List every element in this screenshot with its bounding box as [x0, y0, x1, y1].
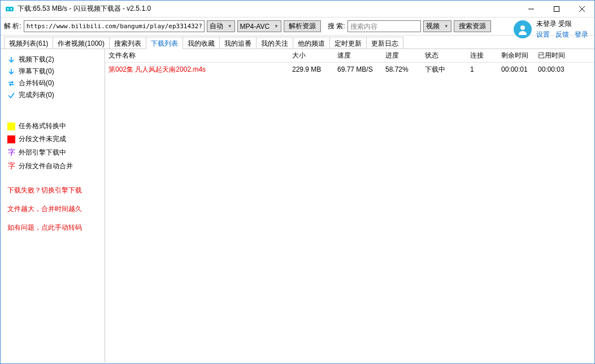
help-link-0[interactable]: 下载失败？切换引擎下载 [7, 186, 98, 195]
legend-char: 字 [7, 147, 15, 157]
cell-status: 下载中 [422, 65, 467, 74]
sidebar-item-0[interactable]: 视频下载(2) [1, 54, 105, 65]
tab-7[interactable]: 他的频道 [293, 37, 330, 49]
legend-item-0: 任务格式转换中 [7, 121, 98, 131]
cell-speed: 69.77 MB/S [334, 65, 382, 73]
app-icon [5, 5, 14, 14]
maximize-button[interactable] [544, 1, 569, 17]
legend-color-box [7, 135, 15, 143]
tab-0[interactable]: 视频列表(61) [4, 37, 53, 49]
tab-6[interactable]: 我的关注 [256, 37, 293, 49]
legend-color-box [7, 122, 15, 130]
avatar[interactable] [514, 20, 532, 38]
login-status: 未登录 受限 [536, 19, 572, 29]
cell-name: 第002集 凡人风起天南2002.m4s [105, 65, 289, 74]
col-header-status[interactable]: 状态 [422, 51, 467, 60]
window-title: 下载:65.53 MB/s - 闪豆视频下载器 - v2.5.1.0 [18, 4, 151, 14]
legend-char: 字 [7, 161, 15, 171]
legend-label: 任务格式转换中 [19, 121, 66, 131]
parse-button[interactable]: 解析资源 [284, 20, 321, 32]
check-icon [7, 91, 15, 99]
legend-item-2: 字外部引擎下载中 [7, 147, 98, 157]
search-label: 搜 索: [328, 21, 345, 31]
chevron-down-icon: ▼ [444, 24, 449, 29]
help-link-2[interactable]: 如有问题，点此手动转码 [7, 223, 98, 233]
sidebar-item-3[interactable]: 完成列表(0) [1, 89, 105, 101]
tab-4[interactable]: 我的收藏 [183, 37, 220, 49]
col-header-size[interactable]: 大小 [289, 51, 334, 60]
parse-label: 解 析: [4, 21, 21, 31]
sidebar-item-label: 完成列表(0) [19, 90, 54, 100]
col-header-used[interactable]: 已用时间 [535, 51, 571, 60]
cell-size: 229.9 MB [289, 65, 334, 73]
legend-label: 分段文件自动合并 [19, 161, 73, 171]
window-controls [518, 1, 594, 17]
swap-icon [7, 80, 15, 87]
sidebar-item-label: 视频下载(2) [19, 55, 54, 64]
search-button[interactable]: 搜索资源 [454, 20, 491, 32]
svg-rect-4 [554, 6, 559, 11]
table-row[interactable]: 第002集 凡人风起天南2002.m4s229.9 MB69.77 MB/S58… [105, 63, 594, 76]
minimize-button[interactable] [518, 1, 544, 17]
tab-9[interactable]: 更新日志 [366, 37, 403, 49]
cell-progress: 58.72% [382, 65, 422, 73]
sidebar: 视频下载(2)弹幕下载(0)合并转码(0)完成列表(0) 任务格式转换中分段文件… [1, 49, 105, 362]
legend-label: 外部引擎下载中 [19, 148, 66, 157]
tab-5[interactable]: 我的追番 [219, 37, 257, 49]
sidebar-item-label: 合并转码(0) [19, 78, 54, 88]
sidebar-item-1[interactable]: 弹幕下载(0) [1, 65, 105, 77]
login-link[interactable]: 登录 [575, 30, 588, 40]
cell-conn: 1 [467, 65, 498, 73]
search-input[interactable] [348, 20, 421, 32]
format-select[interactable]: MP4-AVC▼ [237, 20, 281, 32]
legend-item-3: 字分段文件自动合并 [7, 161, 98, 171]
col-header-progress[interactable]: 进度 [382, 51, 422, 60]
chevron-down-icon: ▼ [274, 24, 279, 29]
settings-link[interactable]: 设置 [536, 30, 550, 40]
sidebar-item-label: 弹幕下载(0) [19, 67, 54, 76]
titlebar: 下载:65.53 MB/s - 闪豆视频下载器 - v2.5.1.0 [1, 1, 594, 17]
help-link-1[interactable]: 文件越大，合并时间越久 [7, 204, 98, 214]
tab-8[interactable]: 定时更新 [329, 37, 367, 49]
down-arrow-icon [7, 56, 15, 64]
col-header-conn[interactable]: 连接 [467, 51, 498, 60]
close-button[interactable] [569, 1, 594, 17]
cell-used: 00:00:03 [535, 65, 571, 73]
table-header: 文件名称 大小 速度 进度 状态 连接 剩余时间 已用时间 [105, 49, 594, 63]
col-header-name[interactable]: 文件名称 [105, 51, 289, 60]
legend-item-1: 分段文件未完成 [7, 134, 98, 144]
sidebar-item-2[interactable]: 合并转码(0) [1, 77, 105, 89]
col-header-speed[interactable]: 速度 [334, 51, 382, 60]
svg-rect-0 [6, 7, 14, 11]
tabs: 视频列表(61)作者视频(1000)搜索列表下载列表我的收藏我的追番我的关注他的… [1, 36, 594, 49]
down-arrow-icon [7, 68, 15, 76]
toolbar: 解 析: 自动▼ MP4-AVC▼ 解析资源 搜 索: 视频▼ 搜索资源 [1, 17, 594, 36]
tab-3[interactable]: 下载列表 [146, 37, 183, 49]
feedback-link[interactable]: 反馈 [555, 30, 569, 40]
cell-remain: 00:00:01 [498, 65, 535, 73]
content-area: 文件名称 大小 速度 进度 状态 连接 剩余时间 已用时间 第002集 凡人风起… [105, 49, 594, 362]
url-input[interactable] [24, 20, 205, 32]
auto-select[interactable]: 自动▼ [207, 20, 235, 32]
svg-point-1 [7, 8, 9, 10]
tab-1[interactable]: 作者视频(1000) [53, 37, 110, 49]
col-header-remain[interactable]: 剩余时间 [498, 51, 535, 60]
user-area: 未登录 受限 设置 反馈 登录 [514, 19, 588, 40]
svg-point-7 [520, 25, 525, 30]
svg-point-2 [11, 8, 12, 10]
tab-2[interactable]: 搜索列表 [109, 37, 146, 49]
legend-label: 分段文件未完成 [19, 134, 66, 144]
chevron-down-icon: ▼ [228, 24, 232, 29]
search-type-select[interactable]: 视频▼ [423, 20, 451, 32]
